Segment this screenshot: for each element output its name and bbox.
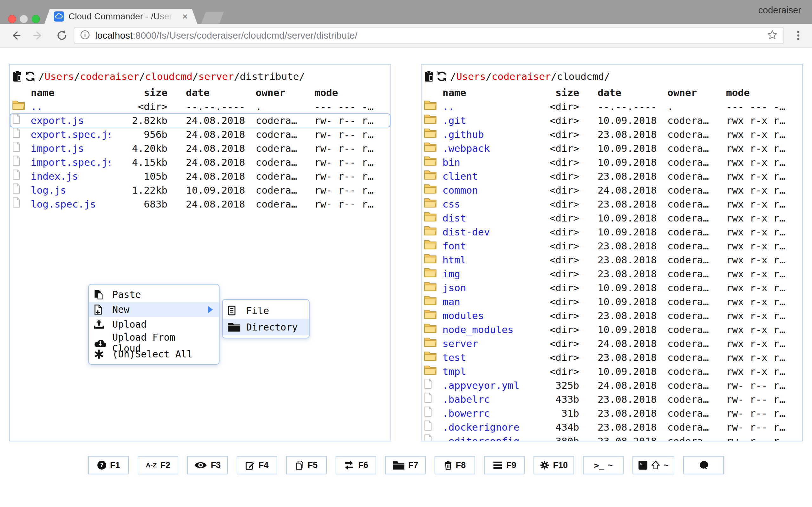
file-link[interactable]: .git (443, 115, 466, 126)
file-row[interactable]: ..<dir>--.--.----.--- --- -… (421, 100, 802, 113)
submenu-item-directory[interactable]: Directory (223, 319, 309, 335)
file-link[interactable]: server (443, 338, 478, 349)
file-link[interactable]: html (443, 254, 466, 266)
column-header-date[interactable]: date (579, 86, 659, 100)
file-row[interactable]: font<dir>23.08.2018codera…rwx r-x r… (421, 239, 802, 253)
file-link[interactable]: test (443, 352, 466, 363)
edit-button[interactable]: F4 (237, 456, 277, 474)
close-window-button[interactable] (8, 15, 16, 23)
file-link[interactable]: css (443, 199, 460, 210)
file-link[interactable]: .. (31, 101, 43, 112)
path-segment[interactable]: Users (44, 71, 74, 82)
column-header-mode[interactable]: mode (300, 86, 391, 100)
file-link[interactable]: .dockerignore (443, 421, 519, 433)
file-row[interactable]: common<dir>24.08.2018codera…rwx r-x r… (421, 183, 802, 197)
path-segment[interactable]: server (198, 71, 234, 82)
back-icon[interactable] (9, 30, 21, 42)
new-dir-button[interactable]: F7 (385, 456, 426, 474)
chat-button[interactable] (683, 456, 724, 474)
file-link[interactable]: dist-dev (443, 226, 490, 238)
file-row[interactable]: log.js1.22kb10.09.2018codera…rw- r-- r… (10, 183, 391, 197)
clipboard-icon[interactable] (12, 71, 22, 82)
delete-button[interactable]: F8 (435, 456, 475, 474)
file-row[interactable]: export.spec.js956b24.08.2018codera…rw- r… (10, 127, 391, 141)
file-row[interactable]: test<dir>23.08.2018codera…rwx r-x r… (421, 350, 802, 364)
column-header-size[interactable]: size (110, 86, 167, 100)
file-link[interactable]: .appveyor.yml (443, 380, 519, 391)
path-segment[interactable]: coderaiser (492, 71, 551, 82)
path-segment[interactable]: cloudcmd (145, 71, 192, 82)
file-link[interactable]: node_modules (443, 324, 513, 335)
tab-close-icon[interactable]: × (182, 12, 188, 21)
file-row[interactable]: server<dir>24.08.2018codera…rwx r-x r… (421, 337, 802, 350)
file-link[interactable]: common (443, 184, 478, 196)
clipboard-icon[interactable] (424, 71, 434, 82)
help-button[interactable]: ?F1 (88, 456, 129, 474)
terminal-button[interactable]: >_~ (632, 456, 674, 474)
column-header-size[interactable]: size (522, 86, 579, 100)
new-tab-button[interactable] (201, 12, 224, 24)
file-link[interactable]: dist (443, 212, 466, 224)
file-row[interactable]: .git<dir>10.09.2018codera…rwx r-x r… (421, 113, 802, 127)
file-link[interactable]: log.spec.js (31, 199, 96, 210)
column-header-owner[interactable]: owner (247, 86, 300, 100)
column-header-name[interactable]: name (25, 86, 110, 100)
browser-menu-icon[interactable] (792, 30, 804, 42)
column-header-owner[interactable]: owner (659, 86, 712, 100)
menu-button[interactable]: F9 (484, 456, 525, 474)
path-segment[interactable]: coderaiser (80, 71, 139, 82)
config-button[interactable]: F10 (534, 456, 574, 474)
refresh-icon[interactable] (436, 71, 448, 82)
submenu-item-file[interactable]: File (223, 302, 309, 319)
panel-path[interactable]: /Users/coderaiser/cloudcmd/ (450, 71, 610, 82)
column-header-name[interactable]: name (437, 86, 522, 100)
file-link[interactable]: font (443, 240, 466, 251)
file-link[interactable]: man (443, 296, 460, 307)
file-row[interactable]: log.spec.js683b24.08.2018codera…rw- r-- … (10, 197, 391, 211)
rename-button[interactable]: A-ZF2 (138, 456, 178, 474)
copy-button[interactable]: F5 (286, 456, 327, 474)
file-row[interactable]: .editorconfig380b23.08.2018codera…rw- r-… (421, 434, 802, 441)
file-row[interactable]: .babelrc433b23.08.2018codera…rw- r-- r… (421, 392, 802, 406)
console-button[interactable]: >_~ (583, 456, 623, 474)
file-row[interactable]: index.js105b24.08.2018codera…rw- r-- r… (10, 169, 391, 183)
file-row[interactable]: tmpl<dir>10.09.2018codera…rwx r-x r… (421, 364, 802, 378)
bookmark-star-icon[interactable] (767, 30, 778, 42)
path-segment[interactable]: Users (456, 71, 486, 82)
file-row[interactable]: json<dir>10.09.2018codera…rwx r-x r… (421, 281, 802, 295)
panel-path[interactable]: /Users/coderaiser/cloudcmd/server/distri… (38, 71, 305, 82)
column-header-mode[interactable]: mode (712, 86, 802, 100)
file-link[interactable]: tmpl (443, 366, 466, 377)
file-row[interactable]: ..<dir>--.--.----.--- --- -… (10, 100, 391, 113)
file-row[interactable]: .dockerignore434b23.08.2018codera…rw- r-… (421, 420, 802, 434)
view-button[interactable]: F3 (187, 456, 228, 474)
menu-item-paste[interactable]: Paste (89, 287, 219, 302)
file-link[interactable]: export.js (31, 115, 84, 126)
file-link[interactable]: .. (443, 101, 454, 112)
file-row[interactable]: bin<dir>10.09.2018codera…rwx r-x r… (421, 155, 802, 169)
file-link[interactable]: import.spec.js (31, 157, 110, 168)
file-link[interactable]: .babelrc (443, 394, 490, 405)
file-row[interactable]: .appveyor.yml325b24.08.2018codera…rw- r-… (421, 378, 802, 392)
site-info-icon[interactable] (80, 30, 90, 41)
file-link[interactable]: index.js (31, 170, 78, 182)
refresh-icon[interactable] (24, 71, 36, 82)
fullscreen-window-button[interactable] (32, 15, 40, 23)
file-link[interactable]: bin (443, 157, 460, 168)
reload-icon[interactable] (56, 30, 68, 42)
file-row[interactable]: .bowerrc31b23.08.2018codera…rw- r-- r… (421, 406, 802, 420)
url-bar[interactable]: localhost :8000/fs/Users/coderaiser/clou… (73, 27, 784, 44)
file-link[interactable]: json (443, 282, 466, 293)
file-row[interactable]: man<dir>10.09.2018codera…rwx r-x r… (421, 295, 802, 308)
minimize-window-button[interactable] (20, 15, 28, 23)
file-row[interactable]: export.js2.82kb24.08.2018codera…rw- r-- … (10, 113, 391, 127)
file-link[interactable]: import.js (31, 143, 84, 154)
file-row[interactable]: client<dir>23.08.2018codera…rwx r-x r… (421, 169, 802, 183)
file-link[interactable]: client (443, 170, 478, 182)
file-row[interactable]: .github<dir>23.08.2018codera…rwx r-x r… (421, 127, 802, 141)
menu-item-upload[interactable]: Upload (89, 317, 219, 332)
file-link[interactable]: modules (443, 310, 484, 321)
file-link[interactable]: .webpack (443, 143, 490, 154)
menu-item-upload-from-cloud[interactable]: Upload From Cloud (89, 332, 219, 347)
file-row[interactable]: img<dir>23.08.2018codera…rwx r-x r… (421, 267, 802, 281)
